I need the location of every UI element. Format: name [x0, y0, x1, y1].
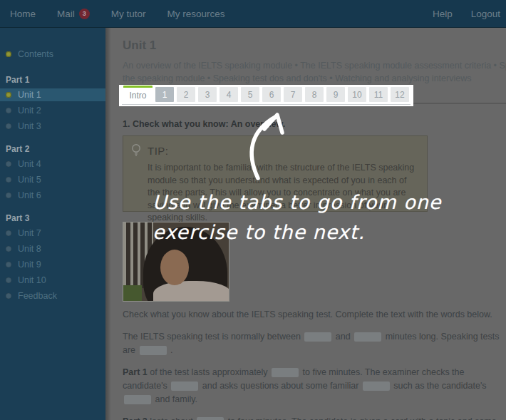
mail-count-badge: 3 — [79, 9, 90, 19]
sidebar-item-label: Unit 5 — [18, 175, 41, 185]
photo-green-cabinet — [123, 285, 142, 302]
answer-blank[interactable] — [363, 381, 390, 391]
paragraph-bold-text: Part 2 — [123, 416, 148, 420]
unit-bullet-icon — [6, 92, 11, 98]
unit-description-line1: An overview of the IELTS speaking module… — [123, 59, 506, 72]
tab-11[interactable]: 11 — [369, 87, 388, 102]
sidebar-item-feedback[interactable]: Feedback — [0, 290, 105, 302]
tab-bar-line-extension — [401, 103, 506, 104]
nav-item-label: My tutor — [111, 9, 146, 19]
nav-item-home[interactable]: Home — [10, 9, 36, 19]
sidebar-item-label: Unit 1 — [18, 90, 41, 100]
contents-bullet-icon — [6, 51, 11, 57]
sidebar-item-label: Unit 7 — [18, 228, 41, 238]
sidebar-item-unit-4[interactable]: Unit 4 — [0, 158, 105, 170]
answer-blank[interactable] — [304, 332, 331, 342]
nav-item-help[interactable]: Help — [433, 9, 453, 19]
sidebar-group-header: Part 2 — [0, 135, 105, 158]
tab-4[interactable]: 4 — [220, 87, 238, 102]
answer-blank[interactable] — [171, 381, 198, 391]
sidebar-item-unit-8[interactable]: Unit 8 — [0, 242, 105, 255]
unit-description: An overview of the IELTS speaking module… — [123, 59, 506, 85]
unit-bullet-icon — [6, 193, 11, 198]
exercise-instruction: Check what you know about the IELTS spea… — [123, 308, 506, 322]
unit-bullet-icon — [6, 108, 11, 113]
sidebar-group-header: Part 1 — [0, 66, 105, 88]
sidebar-item-label: Unit 10 — [18, 275, 46, 285]
paragraph-bold-text: Part 1 — [123, 367, 148, 377]
answer-blank[interactable] — [197, 417, 224, 420]
unit-bullet-icon — [6, 277, 11, 283]
tutorial-arrow-icon — [239, 98, 291, 190]
answer-blank[interactable] — [272, 368, 299, 377]
unit-bullet-icon — [6, 246, 11, 252]
cloze-paragraph: The IELTS speaking test is normally betw… — [123, 330, 506, 357]
photo-woman-shirt — [153, 281, 229, 302]
sidebar-item-unit-2[interactable]: Unit 2 — [0, 104, 105, 117]
sidebar-item-label: Unit 9 — [18, 260, 41, 270]
sidebar: Contents Part 1Unit 1Unit 2Unit 3Part 2U… — [0, 28, 105, 420]
sidebar-contents-label: Contents — [18, 49, 53, 59]
tab-9[interactable]: 9 — [326, 87, 345, 102]
cloze-paragraph: Part 2 lasts about to four minutes. The … — [123, 415, 506, 420]
sidebar-item-unit-1[interactable]: Unit 1 — [0, 88, 105, 101]
sidebar-group-header: Part 3 — [0, 205, 105, 227]
lightbulb-icon — [130, 143, 142, 158]
unit-bullet-icon — [6, 177, 11, 183]
nav-item-label: Logout — [471, 9, 500, 19]
nav-item-label: Home — [10, 9, 36, 19]
tab-3[interactable]: 3 — [198, 87, 217, 102]
sidebar-item-label: Unit 6 — [18, 190, 41, 200]
tutorial-tooltip-line1: Use the tabs to go from one — [153, 191, 441, 213]
tab-8[interactable]: 8 — [305, 87, 324, 102]
unit-bullet-icon — [6, 123, 11, 129]
sidebar-item-label: Feedback — [18, 291, 57, 301]
answer-blank[interactable] — [124, 395, 151, 404]
nav-item-logout[interactable]: Logout — [471, 9, 500, 19]
nav-item-label: Mail — [57, 9, 75, 19]
sidebar-item-label: Unit 3 — [18, 121, 41, 131]
answer-blank[interactable] — [354, 332, 381, 342]
sidebar-item-unit-3[interactable]: Unit 3 — [0, 120, 105, 133]
nav-item-my-tutor[interactable]: My tutor — [111, 9, 146, 19]
unit-description-line2: the speaking module • Speaking test dos … — [123, 72, 506, 85]
sidebar-item-unit-6[interactable]: Unit 6 — [0, 189, 105, 202]
page-title: Unit 1 — [123, 39, 156, 53]
nav-item-my-resources[interactable]: My resources — [167, 9, 225, 19]
unit-bullet-icon — [6, 230, 11, 236]
nav-left-group: HomeMail3My tutorMy resources — [0, 9, 225, 19]
cloze-paragraph: Part 1 of the test lasts approximately t… — [123, 366, 506, 406]
nav-item-mail[interactable]: Mail3 — [57, 9, 90, 19]
sidebar-item-label: Unit 8 — [18, 244, 41, 254]
nav-item-label: Help — [433, 9, 453, 19]
tab-intro[interactable]: Intro — [123, 86, 153, 103]
tip-label: TIP: — [148, 145, 169, 157]
tab-12[interactable]: 12 — [391, 87, 409, 102]
sidebar-item-contents[interactable]: Contents — [0, 49, 105, 59]
unit-bullet-icon — [6, 293, 11, 299]
answer-blank[interactable] — [140, 346, 167, 355]
unit-bullet-icon — [6, 161, 11, 167]
tab-10[interactable]: 10 — [348, 87, 366, 102]
sidebar-item-unit-7[interactable]: Unit 7 — [0, 227, 105, 240]
top-nav-bar: HomeMail3My tutorMy resources HelpLogout — [0, 0, 506, 28]
unit-bullet-icon — [6, 262, 11, 267]
sidebar-item-label: Unit 2 — [18, 106, 41, 116]
exercise-text: Check what you know about the IELTS spea… — [123, 308, 506, 420]
tab-1[interactable]: 1 — [155, 87, 174, 102]
tutorial-tooltip-line2: exercise to the next. — [153, 221, 365, 243]
tab-2[interactable]: 2 — [177, 87, 195, 102]
photo-woman-face — [160, 250, 189, 285]
sidebar-item-unit-10[interactable]: Unit 10 — [0, 274, 105, 287]
sidebar-item-unit-5[interactable]: Unit 5 — [0, 173, 105, 186]
nav-right-group: HelpLogout — [433, 9, 506, 19]
sidebar-item-label: Unit 4 — [18, 159, 41, 169]
nav-item-label: My resources — [167, 9, 225, 19]
sidebar-item-unit-9[interactable]: Unit 9 — [0, 258, 105, 271]
